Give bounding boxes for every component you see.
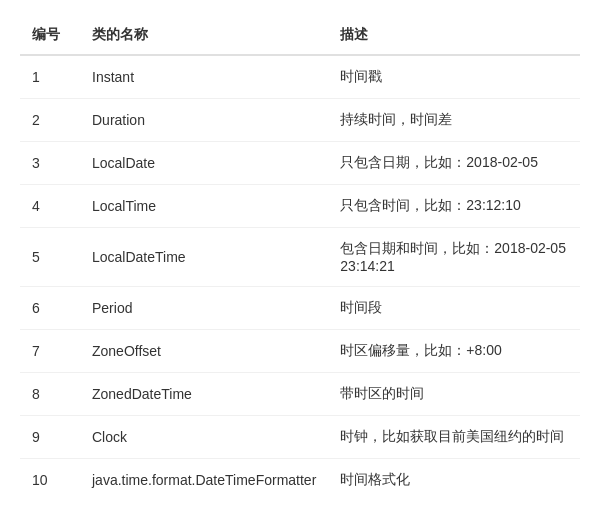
cell-num: 8 <box>20 373 80 416</box>
table-row: 5LocalDateTime包含日期和时间，比如：2018-02-05 23:1… <box>20 228 580 287</box>
cell-desc: 时间戳 <box>328 55 580 99</box>
table-row: 1Instant时间戳 <box>20 55 580 99</box>
cell-name: Duration <box>80 99 328 142</box>
cell-name: ZonedDateTime <box>80 373 328 416</box>
cell-name: LocalDateTime <box>80 228 328 287</box>
cell-desc: 时钟，比如获取目前美国纽约的时间 <box>328 416 580 459</box>
cell-num: 2 <box>20 99 80 142</box>
cell-desc: 带时区的时间 <box>328 373 580 416</box>
cell-num: 7 <box>20 330 80 373</box>
header-name: 类的名称 <box>80 16 328 55</box>
table-row: 4LocalTime只包含时间，比如：23:12:10 <box>20 185 580 228</box>
cell-num: 3 <box>20 142 80 185</box>
cell-name: LocalDate <box>80 142 328 185</box>
cell-name: Clock <box>80 416 328 459</box>
cell-name: java.time.format.DateTimeFormatter <box>80 459 328 502</box>
cell-num: 4 <box>20 185 80 228</box>
cell-name: Instant <box>80 55 328 99</box>
cell-name: LocalTime <box>80 185 328 228</box>
cell-num: 5 <box>20 228 80 287</box>
table-row: 3LocalDate只包含日期，比如：2018-02-05 <box>20 142 580 185</box>
cell-name: ZoneOffset <box>80 330 328 373</box>
cell-desc: 只包含日期，比如：2018-02-05 <box>328 142 580 185</box>
cell-desc: 时区偏移量，比如：+8:00 <box>328 330 580 373</box>
cell-name: Period <box>80 287 328 330</box>
header-num: 编号 <box>20 16 80 55</box>
data-table: 编号 类的名称 描述 1Instant时间戳2Duration持续时间，时间差3… <box>20 16 580 501</box>
table-row: 10java.time.format.DateTimeFormatter时间格式… <box>20 459 580 502</box>
cell-desc: 持续时间，时间差 <box>328 99 580 142</box>
table-row: 6Period时间段 <box>20 287 580 330</box>
cell-num: 9 <box>20 416 80 459</box>
table-row: 2Duration持续时间，时间差 <box>20 99 580 142</box>
table-container: 编号 类的名称 描述 1Instant时间戳2Duration持续时间，时间差3… <box>0 0 600 517</box>
cell-num: 1 <box>20 55 80 99</box>
cell-desc: 时间格式化 <box>328 459 580 502</box>
cell-desc: 包含日期和时间，比如：2018-02-05 23:14:21 <box>328 228 580 287</box>
cell-num: 6 <box>20 287 80 330</box>
cell-num: 10 <box>20 459 80 502</box>
table-header-row: 编号 类的名称 描述 <box>20 16 580 55</box>
table-row: 7ZoneOffset时区偏移量，比如：+8:00 <box>20 330 580 373</box>
cell-desc: 时间段 <box>328 287 580 330</box>
header-desc: 描述 <box>328 16 580 55</box>
table-row: 8ZonedDateTime带时区的时间 <box>20 373 580 416</box>
cell-desc: 只包含时间，比如：23:12:10 <box>328 185 580 228</box>
table-row: 9Clock时钟，比如获取目前美国纽约的时间 <box>20 416 580 459</box>
